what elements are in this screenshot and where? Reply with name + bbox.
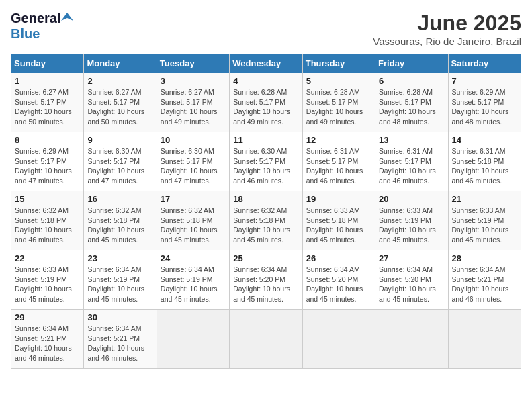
svg-marker-0 bbox=[61, 13, 73, 21]
day-cell-27: 27 Sunrise: 6:34 AMSunset: 5:20 PMDaylig… bbox=[375, 250, 448, 310]
day-info: Sunrise: 6:34 AMSunset: 5:20 PMDaylight:… bbox=[233, 265, 290, 303]
day-cell-10: 10 Sunrise: 6:30 AMSunset: 5:17 PMDaylig… bbox=[157, 132, 229, 191]
day-number: 3 bbox=[161, 76, 226, 86]
day-number: 9 bbox=[87, 135, 152, 145]
day-cell-23: 23 Sunrise: 6:34 AMSunset: 5:19 PMDaylig… bbox=[84, 250, 157, 310]
logo-bird-icon bbox=[61, 11, 73, 24]
day-number: 28 bbox=[452, 253, 517, 263]
day-cell-empty bbox=[375, 310, 448, 369]
day-number: 23 bbox=[87, 253, 152, 263]
day-number: 1 bbox=[15, 76, 80, 86]
day-cell-7: 7 Sunrise: 6:29 AMSunset: 5:17 PMDayligh… bbox=[448, 73, 521, 132]
day-info: Sunrise: 6:31 AMSunset: 5:17 PMDaylight:… bbox=[379, 147, 436, 185]
day-number: 16 bbox=[87, 194, 152, 204]
day-number: 17 bbox=[161, 194, 226, 204]
day-info: Sunrise: 6:34 AMSunset: 5:19 PMDaylight:… bbox=[161, 265, 218, 303]
day-number: 18 bbox=[233, 194, 298, 204]
header-wednesday: Wednesday bbox=[230, 54, 302, 73]
day-info: Sunrise: 6:28 AMSunset: 5:17 PMDaylight:… bbox=[233, 88, 290, 126]
header-saturday: Saturday bbox=[448, 54, 521, 73]
day-cell-8: 8 Sunrise: 6:29 AMSunset: 5:17 PMDayligh… bbox=[11, 132, 84, 191]
month-title: June 2025 bbox=[373, 11, 521, 36]
day-info: Sunrise: 6:30 AMSunset: 5:17 PMDaylight:… bbox=[87, 147, 144, 185]
day-cell-17: 17 Sunrise: 6:32 AMSunset: 5:18 PMDaylig… bbox=[157, 191, 229, 250]
day-cell-24: 24 Sunrise: 6:34 AMSunset: 5:19 PMDaylig… bbox=[157, 250, 229, 310]
day-cell-30: 30 Sunrise: 6:34 AMSunset: 5:21 PMDaylig… bbox=[84, 310, 157, 369]
day-number: 21 bbox=[452, 194, 517, 204]
calendar-table: Sunday Monday Tuesday Wednesday Thursday… bbox=[11, 54, 521, 369]
day-cell-4: 4 Sunrise: 6:28 AMSunset: 5:17 PMDayligh… bbox=[230, 73, 302, 132]
day-cell-empty bbox=[157, 310, 229, 369]
day-number: 10 bbox=[161, 135, 226, 145]
day-info: Sunrise: 6:28 AMSunset: 5:17 PMDaylight:… bbox=[379, 88, 436, 126]
day-number: 19 bbox=[306, 194, 371, 204]
day-cell-26: 26 Sunrise: 6:34 AMSunset: 5:20 PMDaylig… bbox=[302, 250, 375, 310]
day-number: 5 bbox=[306, 76, 371, 86]
day-cell-9: 9 Sunrise: 6:30 AMSunset: 5:17 PMDayligh… bbox=[84, 132, 157, 191]
day-cell-empty bbox=[302, 310, 375, 369]
day-number: 22 bbox=[15, 253, 80, 263]
day-info: Sunrise: 6:33 AMSunset: 5:19 PMDaylight:… bbox=[379, 206, 436, 244]
day-info: Sunrise: 6:32 AMSunset: 5:18 PMDaylight:… bbox=[233, 206, 290, 244]
week-row-5: 29 Sunrise: 6:34 AMSunset: 5:21 PMDaylig… bbox=[11, 310, 521, 369]
day-info: Sunrise: 6:34 AMSunset: 5:20 PMDaylight:… bbox=[379, 265, 436, 303]
week-row-2: 8 Sunrise: 6:29 AMSunset: 5:17 PMDayligh… bbox=[11, 132, 521, 191]
day-cell-22: 22 Sunrise: 6:33 AMSunset: 5:19 PMDaylig… bbox=[11, 250, 84, 310]
day-info: Sunrise: 6:34 AMSunset: 5:20 PMDaylight:… bbox=[306, 265, 363, 303]
week-row-3: 15 Sunrise: 6:32 AMSunset: 5:18 PMDaylig… bbox=[11, 191, 521, 250]
day-cell-18: 18 Sunrise: 6:32 AMSunset: 5:18 PMDaylig… bbox=[230, 191, 302, 250]
day-info: Sunrise: 6:34 AMSunset: 5:21 PMDaylight:… bbox=[87, 324, 144, 362]
day-info: Sunrise: 6:33 AMSunset: 5:18 PMDaylight:… bbox=[306, 206, 363, 244]
header-monday: Monday bbox=[84, 54, 157, 73]
day-info: Sunrise: 6:29 AMSunset: 5:17 PMDaylight:… bbox=[452, 88, 509, 126]
day-info: Sunrise: 6:31 AMSunset: 5:17 PMDaylight:… bbox=[306, 147, 363, 185]
day-info: Sunrise: 6:32 AMSunset: 5:18 PMDaylight:… bbox=[15, 206, 72, 244]
day-number: 27 bbox=[379, 253, 444, 263]
day-cell-19: 19 Sunrise: 6:33 AMSunset: 5:18 PMDaylig… bbox=[302, 191, 375, 250]
day-cell-empty bbox=[448, 310, 521, 369]
day-cell-20: 20 Sunrise: 6:33 AMSunset: 5:19 PMDaylig… bbox=[375, 191, 448, 250]
day-info: Sunrise: 6:27 AMSunset: 5:17 PMDaylight:… bbox=[87, 88, 144, 126]
header-tuesday: Tuesday bbox=[157, 54, 229, 73]
day-cell-16: 16 Sunrise: 6:32 AMSunset: 5:18 PMDaylig… bbox=[84, 191, 157, 250]
day-cell-12: 12 Sunrise: 6:31 AMSunset: 5:17 PMDaylig… bbox=[302, 132, 375, 191]
day-number: 14 bbox=[452, 135, 517, 145]
day-cell-25: 25 Sunrise: 6:34 AMSunset: 5:20 PMDaylig… bbox=[230, 250, 302, 310]
week-row-4: 22 Sunrise: 6:33 AMSunset: 5:19 PMDaylig… bbox=[11, 250, 521, 310]
day-cell-28: 28 Sunrise: 6:34 AMSunset: 5:21 PMDaylig… bbox=[448, 250, 521, 310]
day-info: Sunrise: 6:31 AMSunset: 5:18 PMDaylight:… bbox=[452, 147, 509, 185]
day-info: Sunrise: 6:27 AMSunset: 5:17 PMDaylight:… bbox=[15, 88, 72, 126]
day-number: 13 bbox=[379, 135, 444, 145]
day-number: 30 bbox=[87, 312, 152, 322]
header-thursday: Thursday bbox=[302, 54, 375, 73]
day-cell-15: 15 Sunrise: 6:32 AMSunset: 5:18 PMDaylig… bbox=[11, 191, 84, 250]
week-row-1: 1 Sunrise: 6:27 AMSunset: 5:17 PMDayligh… bbox=[11, 73, 521, 132]
day-info: Sunrise: 6:33 AMSunset: 5:19 PMDaylight:… bbox=[15, 265, 72, 303]
day-number: 4 bbox=[233, 76, 298, 86]
logo-general-text: General bbox=[11, 11, 60, 26]
day-cell-2: 2 Sunrise: 6:27 AMSunset: 5:17 PMDayligh… bbox=[84, 73, 157, 132]
weekday-header-row: Sunday Monday Tuesday Wednesday Thursday… bbox=[11, 54, 521, 73]
day-cell-1: 1 Sunrise: 6:27 AMSunset: 5:17 PMDayligh… bbox=[11, 73, 84, 132]
day-number: 26 bbox=[306, 253, 371, 263]
day-cell-21: 21 Sunrise: 6:33 AMSunset: 5:19 PMDaylig… bbox=[448, 191, 521, 250]
day-number: 7 bbox=[452, 76, 517, 86]
day-number: 24 bbox=[161, 253, 226, 263]
page-header: General Blue June 2025 Vassouras, Rio de… bbox=[11, 11, 521, 47]
day-number: 29 bbox=[15, 312, 80, 322]
day-info: Sunrise: 6:30 AMSunset: 5:17 PMDaylight:… bbox=[233, 147, 290, 185]
day-cell-6: 6 Sunrise: 6:28 AMSunset: 5:17 PMDayligh… bbox=[375, 73, 448, 132]
header-friday: Friday bbox=[375, 54, 448, 73]
day-number: 11 bbox=[233, 135, 298, 145]
day-number: 12 bbox=[306, 135, 371, 145]
day-info: Sunrise: 6:33 AMSunset: 5:19 PMDaylight:… bbox=[452, 206, 509, 244]
day-info: Sunrise: 6:30 AMSunset: 5:17 PMDaylight:… bbox=[161, 147, 218, 185]
day-cell-14: 14 Sunrise: 6:31 AMSunset: 5:18 PMDaylig… bbox=[448, 132, 521, 191]
day-cell-empty bbox=[230, 310, 302, 369]
header-sunday: Sunday bbox=[11, 54, 84, 73]
day-info: Sunrise: 6:28 AMSunset: 5:17 PMDaylight:… bbox=[306, 88, 363, 126]
day-number: 8 bbox=[15, 135, 80, 145]
day-cell-11: 11 Sunrise: 6:30 AMSunset: 5:17 PMDaylig… bbox=[230, 132, 302, 191]
day-info: Sunrise: 6:27 AMSunset: 5:17 PMDaylight:… bbox=[161, 88, 218, 126]
day-info: Sunrise: 6:32 AMSunset: 5:18 PMDaylight:… bbox=[87, 206, 144, 244]
